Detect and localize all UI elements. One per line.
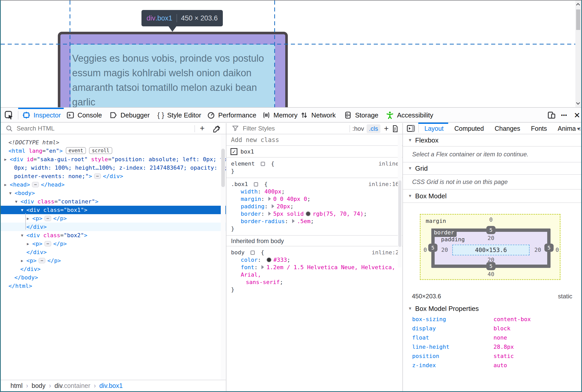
markup-scrollbar[interactable] [221, 134, 225, 380]
markup-row-box2[interactable]: ▼<div class="box2"> [1, 231, 226, 239]
margin-left-value[interactable]: 0 [422, 247, 429, 253]
declaration-color[interactable]: color: #333; [231, 256, 402, 264]
markup-row-body-close[interactable]: </body> [1, 273, 226, 282]
markup-row-doctype[interactable]: <!DOCTYPE html> [1, 138, 226, 147]
border-top-value[interactable]: 5 [486, 226, 496, 234]
markup-row-body[interactable]: ▼<body> [1, 189, 226, 197]
padding-left-value[interactable]: 20 [440, 247, 450, 253]
grid-section-header[interactable]: ▼ Grid [403, 162, 581, 175]
breadcrumb-item-html[interactable]: html [1, 382, 25, 389]
border-right-value[interactable]: 5 [544, 244, 554, 252]
rule-source-link[interactable]: inline:2 [372, 249, 399, 256]
markup-row-p[interactable]: ▶<p>⋯</p> [1, 239, 226, 248]
tab-computed[interactable]: Computed [454, 125, 484, 132]
markup-row-container-close[interactable]: </div> [1, 265, 226, 273]
markup-row-saka-gui-root-wrap[interactable]: 0px; width: 100%; height…100%; z-index: … [1, 164, 226, 172]
breadcrumb-item-box1[interactable]: div.box1 [97, 382, 125, 389]
markup-scrollbar-thumb[interactable] [221, 149, 225, 187]
tab-layout[interactable]: Layout [424, 125, 444, 132]
rule-box1[interactable]: .box1 { width: 400px; margin: 0 0 40px 0… [226, 178, 402, 236]
sidebar-tabs-overflow-button[interactable]: ▾ [576, 126, 580, 132]
breadcrumb-item-body[interactable]: body [29, 382, 48, 389]
border-left-value[interactable]: 5 [428, 244, 437, 252]
scroll-down-icon[interactable] [576, 101, 580, 105]
tab-fonts[interactable]: Fonts [531, 125, 547, 132]
add-rule-button[interactable]: + [384, 124, 389, 133]
property-row[interactable]: box-sizingcontent-box [403, 314, 581, 324]
property-row[interactable]: z-indexauto [403, 361, 581, 370]
tab-console[interactable]: Console [66, 108, 102, 123]
add-new-class-input[interactable]: Add new class [226, 134, 402, 146]
boxmodel-margin-box[interactable]: margin 0 0 0 40 border padding 5 5 5 5 2… [420, 214, 561, 280]
rule-source-link[interactable]: inline:16 [368, 180, 399, 188]
rule-element-inline[interactable]: element { } inline [226, 158, 402, 178]
padding-bottom-value[interactable]: 20 [486, 257, 496, 263]
meatball-menu-button[interactable]: ••• [561, 108, 567, 123]
filter-styles-input[interactable]: Filter Styles [243, 125, 275, 132]
padding-right-value[interactable]: 20 [533, 247, 543, 253]
declaration-font-wrap[interactable]: sans-serif; [231, 278, 402, 286]
margin-right-value[interactable]: 0 [554, 247, 561, 253]
markup-row-html-close[interactable]: </html> [1, 282, 226, 290]
padding-top-value[interactable]: 20 [486, 235, 496, 241]
eyedropper-button[interactable] [213, 125, 221, 133]
breadcrumb-item-container[interactable]: div.container [52, 382, 93, 389]
class-toggle-row[interactable]: ✓ box1 [226, 146, 402, 158]
markup-row-saka-gui-root-end[interactable]: pointer-events: none;">⋯</div> [1, 172, 226, 180]
tab-network[interactable]: Network [300, 108, 336, 123]
tab-performance[interactable]: Performance [207, 108, 256, 123]
markup-row-html[interactable]: <html lang="en">eventscroll [1, 147, 226, 155]
search-input[interactable]: Search HTML [17, 125, 54, 132]
rules-scrollbar[interactable] [398, 134, 402, 267]
tab-memory[interactable]: Memory [262, 108, 298, 123]
page-scrollbar-thumb[interactable] [576, 9, 580, 30]
close-devtools-button[interactable]: ✕ [574, 108, 580, 123]
boxmodel-properties-header[interactable]: ▼ Box Model Properties [403, 303, 581, 314]
filter-styles-bar[interactable]: Filter Styles :hov .cls + [226, 123, 402, 134]
scroll-up-icon[interactable] [576, 3, 580, 7]
node-picker-button[interactable] [4, 108, 14, 123]
property-row[interactable]: displayblock [403, 324, 581, 333]
search-html-bar[interactable]: Search HTML + [1, 123, 226, 134]
markup-row-box1-selected[interactable]: ▼<div class="box1"> [1, 206, 226, 214]
add-node-button[interactable]: + [200, 124, 205, 133]
tab-style-editor[interactable]: { } Style Editor [157, 108, 201, 123]
tab-debugger[interactable]: Debugger [109, 108, 150, 123]
tab-storage[interactable]: Storage [344, 108, 378, 123]
declaration-padding[interactable]: padding: 20px; [231, 203, 402, 210]
property-row[interactable]: line-height28.8px [403, 342, 581, 351]
declaration-width[interactable]: width: 400px; [231, 188, 402, 195]
boxmodel-content-box[interactable]: 400×153.6 [452, 245, 530, 255]
declaration-border-radius[interactable]: border-radius: .5em; [231, 217, 402, 225]
declaration-font[interactable]: font: 1.2em / 1.5 Helvetica Neue, Helvet… [231, 264, 402, 278]
markup-row-box1-close[interactable]: </div> [1, 223, 226, 231]
markup-row-box2-close[interactable]: </div> [1, 248, 226, 256]
print-simulation-icon[interactable] [391, 125, 399, 133]
tab-changes[interactable]: Changes [495, 125, 520, 132]
markup-row-p[interactable]: ▶<p>⋯</p> [1, 256, 226, 265]
flexbox-section-header[interactable]: ▼ Flexbox [403, 134, 581, 147]
class-panel-button[interactable]: .cls [367, 124, 380, 133]
tab-inspector[interactable]: Inspector [22, 108, 61, 123]
border-bottom-value[interactable]: 5 [486, 262, 496, 270]
expand-sidebar-button[interactable] [407, 124, 419, 133]
markup-row-saka-gui-root[interactable]: ▶<div id="saka-gui-root" style="position… [1, 155, 226, 164]
property-row[interactable]: floatnone [403, 333, 581, 342]
rule-source-link[interactable]: inline [379, 160, 399, 167]
margin-top-value[interactable]: 0 [486, 217, 496, 223]
boxmodel-section-header[interactable]: ▼ Box Model [403, 190, 581, 203]
tab-accessibility[interactable]: Accessibility [386, 108, 433, 123]
page-viewport[interactable]: Veggies es bonus vobis, proinde vos post… [1, 1, 581, 107]
pseudo-class-button[interactable]: :hov [353, 125, 364, 132]
page-scrollbar[interactable] [575, 1, 581, 107]
markup-row-container[interactable]: ▼<div class="container"> [1, 197, 226, 206]
margin-bottom-value[interactable]: 40 [486, 271, 496, 277]
markup-row-p[interactable]: ▶<p>⋯</p> [1, 214, 226, 223]
responsive-design-button[interactable] [547, 108, 556, 123]
declaration-margin[interactable]: margin: 0 0 40px 0; [231, 195, 402, 203]
class-checkbox[interactable]: ✓ [230, 148, 237, 155]
rules-scrollbar-thumb[interactable] [398, 180, 401, 247]
property-row[interactable]: positionstatic [403, 351, 581, 361]
rule-body[interactable]: body { color: #333; font: 1.2em / 1.5 He… [226, 246, 402, 296]
declaration-border[interactable]: border: 5px solidrgb(75, 70, 74); [231, 210, 402, 217]
